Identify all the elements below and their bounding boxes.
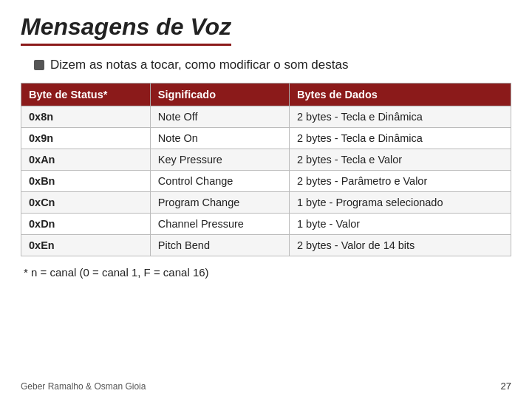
table-row: 0x9nNote On2 bytes - Tecla e Dinâmica [21, 128, 511, 149]
table-cell-4-1: Program Change [150, 192, 289, 214]
table-cell-6-0: 0xEn [21, 235, 151, 256]
table-cell-5-1: Channel Pressure [150, 214, 289, 235]
slide: Mensagens de Voz Dizem as notas a tocar,… [0, 0, 532, 399]
table-cell-0-1: Note Off [150, 106, 289, 128]
midi-table: Byte de Status* Significado Bytes de Dad… [21, 83, 511, 256]
subtitle: Dizem as notas a tocar, como modificar o… [34, 58, 511, 72]
table-row: 0xCnProgram Change1 byte - Programa sele… [21, 192, 511, 214]
table-cell-5-2: 1 byte - Valor [290, 214, 511, 235]
table-cell-3-1: Control Change [150, 171, 289, 192]
table-row: 0xAnKey Pressure2 bytes - Tecla e Valor [21, 149, 511, 171]
subtitle-text: Dizem as notas a tocar, como modificar o… [50, 58, 348, 72]
table-cell-0-2: 2 bytes - Tecla e Dinâmica [290, 106, 511, 128]
footer-note: * n = canal (0 = canal 1, F = canal 16) [24, 266, 511, 279]
header-col-2: Bytes de Dados [290, 83, 511, 106]
table-row: 0xBnControl Change2 bytes - Parâmetro e … [21, 171, 511, 192]
table-cell-3-0: 0xBn [21, 171, 151, 192]
table-row: 0x8nNote Off2 bytes - Tecla e Dinâmica [21, 106, 511, 128]
title: Mensagens de Voz [21, 13, 231, 46]
table-cell-6-2: 2 bytes - Valor de 14 bits [290, 235, 511, 256]
table-cell-0-0: 0x8n [21, 106, 151, 128]
table-row: 0xEnPitch Bend2 bytes - Valor de 14 bits [21, 235, 511, 256]
bullet-icon [34, 60, 44, 70]
table-cell-2-2: 2 bytes - Tecla e Valor [290, 149, 511, 171]
table-cell-6-1: Pitch Bend [150, 235, 289, 256]
table-cell-4-0: 0xCn [21, 192, 151, 214]
table-cell-1-1: Note On [150, 128, 289, 149]
footer-credit: Geber Ramalho & Osman Gioia [21, 381, 146, 392]
table-cell-1-2: 2 bytes - Tecla e Dinâmica [290, 128, 511, 149]
table-cell-2-0: 0xAn [21, 149, 151, 171]
slide-number: 27 [501, 381, 511, 392]
table-cell-2-1: Key Pressure [150, 149, 289, 171]
table-cell-1-0: 0x9n [21, 128, 151, 149]
header-col-0: Byte de Status* [21, 83, 151, 106]
table-row: 0xDnChannel Pressure1 byte - Valor [21, 214, 511, 235]
table-cell-4-2: 1 byte - Programa selecionado [290, 192, 511, 214]
table-cell-5-0: 0xDn [21, 214, 151, 235]
table-cell-3-2: 2 bytes - Parâmetro e Valor [290, 171, 511, 192]
header-col-1: Significado [150, 83, 289, 106]
